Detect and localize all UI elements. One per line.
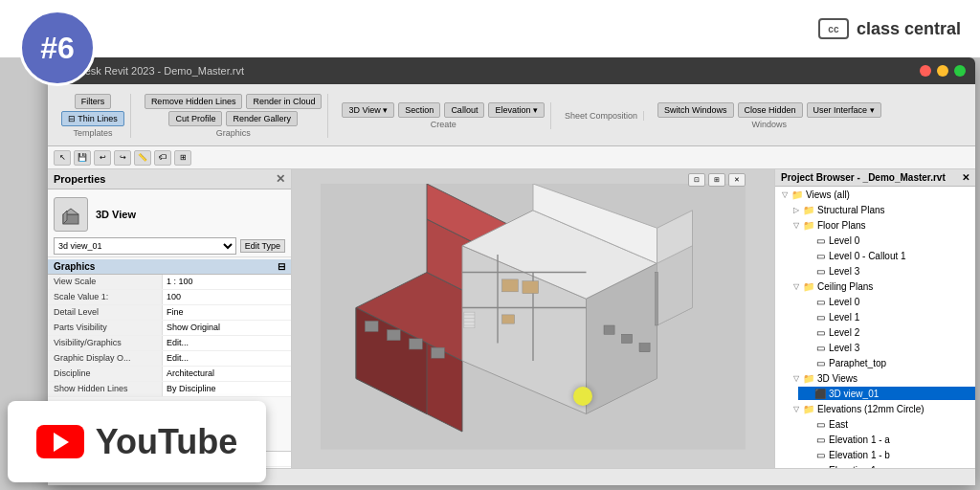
ribbon-btn-callout[interactable]: Callout [444, 102, 484, 118]
tree-row-ceiling-l0[interactable]: ▭ Level 0 [798, 295, 975, 308]
svg-rect-37 [604, 325, 614, 334]
toolbar-icon-measure[interactable]: 📏 [134, 150, 151, 166]
view-name-select[interactable]: 3d view_01 [54, 237, 236, 255]
tree-toggle-structural[interactable]: ▷ [791, 204, 802, 215]
tree-icon-elevations: 📁 [802, 403, 815, 414]
svg-rect-17 [410, 339, 423, 349]
prop-value-scale-value[interactable]: 100 [163, 290, 291, 304]
ribbon-label-templates: Templates [73, 128, 112, 138]
toolbar-icon-tag[interactable]: 🏷 [154, 150, 171, 166]
ribbon-btn-3d-view[interactable]: 3D View ▾ [342, 102, 394, 118]
tree-row-level3-fp[interactable]: ▭ Level 3 [798, 264, 975, 278]
tree-row-3dview01[interactable]: ⬛ 3D view_01 [798, 387, 975, 400]
tree-icon-3d-views: 📁 [802, 372, 815, 384]
tree-row-views-all[interactable]: ▽ 📁 Views (all) [775, 188, 975, 201]
title-bar: Autodesk Revit 2023 - Demo_Master.rvt [48, 57, 975, 84]
properties-close-button[interactable]: ✕ [276, 172, 285, 186]
prop-value-discipline[interactable]: Architectural [163, 367, 291, 381]
view-btn-2[interactable]: ⊞ [708, 173, 725, 187]
tree-label-level3-fp: Level 3 [829, 266, 859, 277]
tree-row-ceiling-l3[interactable]: ▭ Level 3 [798, 341, 975, 354]
view-btn-3[interactable]: ✕ [728, 173, 746, 187]
tree-label-paraphet: Paraphet_top [829, 358, 886, 368]
youtube-play-icon [54, 433, 69, 452]
tree-row-elev1b[interactable]: ▭ Elevation 1 - b [798, 448, 975, 461]
tree-row-east[interactable]: ▭ East [798, 417, 975, 431]
toolbar-icon-save[interactable]: 💾 [74, 150, 91, 166]
tree-item-ceiling-l2: ▭ Level 2 [775, 324, 975, 340]
ribbon-btn-elevation[interactable]: Elevation ▾ [488, 102, 545, 118]
prop-section-toggle[interactable]: ⊟ [278, 261, 285, 272]
prop-name-discipline: Discipline [48, 367, 163, 381]
svg-rect-27 [523, 281, 539, 294]
tree-row-level0-callout[interactable]: ▭ Level 0 - Callout 1 [798, 249, 975, 262]
tree-icon-ceiling-l0: ▭ [813, 296, 827, 307]
tree-toggle-views-all[interactable]: ▽ [779, 189, 791, 200]
window-controls [920, 65, 966, 77]
ribbon-btn-cut-profile[interactable]: Cut Profile [168, 111, 222, 126]
tree-toggle-elevations[interactable]: ▽ [791, 403, 802, 414]
prop-section-name: Graphics [54, 261, 95, 272]
view-btn-1[interactable]: ⊡ [688, 173, 705, 187]
browser-close-button[interactable]: ✕ [962, 172, 969, 183]
edit-type-button[interactable]: Edit Type [240, 239, 285, 253]
prop-row-graphic-display: Graphic Display O... Edit... [48, 351, 291, 367]
prop-value-view-scale[interactable]: 1 : 100 [163, 275, 291, 289]
youtube-overlay: YouTube [8, 401, 266, 482]
tree-label-ceiling-l1: Level 1 [829, 312, 859, 323]
browser-title: Project Browser - _Demo_Master.rvt [781, 172, 946, 183]
tree-row-ceiling-l1[interactable]: ▭ Level 1 [798, 310, 975, 323]
cc-logo: cc class central [818, 18, 961, 39]
tree-row-paraphet[interactable]: ▭ Paraphet_top [798, 356, 975, 369]
tree-label-views-all: Views (all) [806, 189, 850, 200]
tree-row-elevations[interactable]: ▽ 📁 Elevations (12mm Circle) [787, 402, 975, 415]
tree-label-structural-plans: Structural Plans [817, 205, 885, 215]
tree-row-3d-views[interactable]: ▽ 📁 3D Views [787, 371, 975, 385]
tree-toggle-level0-callout [802, 250, 813, 261]
ribbon-label-sheet: Sheet Composition [565, 111, 637, 121]
toolbar-icon-undo[interactable]: ↩ [94, 150, 111, 166]
tree-icon-ceiling-plans: 📁 [802, 280, 815, 292]
tree-row-ceiling-l2[interactable]: ▭ Level 2 [798, 325, 975, 339]
tree-toggle-ceiling-plans[interactable]: ▽ [791, 280, 802, 292]
maximize-button[interactable] [954, 65, 966, 77]
tree-row-elev1a[interactable]: ▭ Elevation 1 - a [798, 433, 975, 446]
tree-item-level0-callout: ▭ Level 0 - Callout 1 [775, 248, 975, 263]
minimize-button[interactable] [937, 65, 948, 77]
prop-value-vis-graphics[interactable]: Edit... [163, 336, 291, 350]
toolbar-icon-select[interactable]: ↖ [54, 150, 71, 166]
svg-rect-15 [365, 321, 378, 331]
tree-icon-elev1a: ▭ [813, 434, 827, 445]
tree-row-floor-plans[interactable]: ▽ 📁 Floor Plans [787, 218, 975, 232]
toolbar-icon-redo[interactable]: ↪ [114, 150, 131, 166]
3d-view-area[interactable]: ⊡ ⊞ ✕ TOP R F [292, 169, 774, 482]
browser-header: Project Browser - _Demo_Master.rvt ✕ [775, 169, 975, 187]
tree-icon-structural: 📁 [802, 204, 815, 215]
tree-row-level0[interactable]: ▭ Level 0 [798, 234, 975, 247]
prop-value-graphic-display[interactable]: Edit... [163, 351, 291, 366]
ribbon-btn-user-interface[interactable]: User Interface ▾ [807, 102, 881, 118]
ribbon-btn-render-cloud[interactable]: Render in Cloud [246, 94, 322, 109]
tree-toggle-floor-plans[interactable]: ▽ [791, 219, 802, 231]
prop-row-discipline: Discipline Architectural [48, 367, 291, 382]
tree-row-structural-plans[interactable]: ▷ 📁 Structural Plans [787, 203, 975, 216]
ribbon-btn-render-gallery[interactable]: Render Gallery [226, 111, 298, 126]
ribbon-btn-remove-hidden[interactable]: Remove Hidden Lines [145, 94, 243, 109]
close-button[interactable] [920, 65, 931, 77]
prop-name-scale-value: Scale Value 1: [48, 290, 163, 304]
prop-value-show-hidden[interactable]: By Discipline [163, 382, 291, 396]
properties-title: Properties [54, 173, 105, 185]
toolbar-icon-ref[interactable]: ⊞ [174, 150, 191, 166]
prop-value-detail-level[interactable]: Fine [163, 305, 291, 320]
ribbon-btn-switch-windows[interactable]: Switch Windows [657, 102, 734, 118]
ribbon-btn-section[interactable]: Section [398, 102, 440, 118]
tree-toggle-3d-views[interactable]: ▽ [791, 372, 802, 384]
view-type-icon [54, 197, 88, 232]
ribbon-btn-close-hidden[interactable]: Close Hidden [738, 102, 803, 118]
tree-row-ceiling-plans[interactable]: ▽ 📁 Ceiling Plans [787, 279, 975, 293]
ribbon-btn-thin-lines[interactable]: ⊟ Thin Lines [61, 111, 124, 126]
ribbon-btn-filters[interactable]: Filters [75, 94, 112, 109]
prop-value-parts-vis[interactable]: Show Original [163, 321, 291, 335]
tree-icon-east: ▭ [813, 418, 827, 430]
prop-name-parts-vis: Parts Visibility [48, 321, 163, 335]
